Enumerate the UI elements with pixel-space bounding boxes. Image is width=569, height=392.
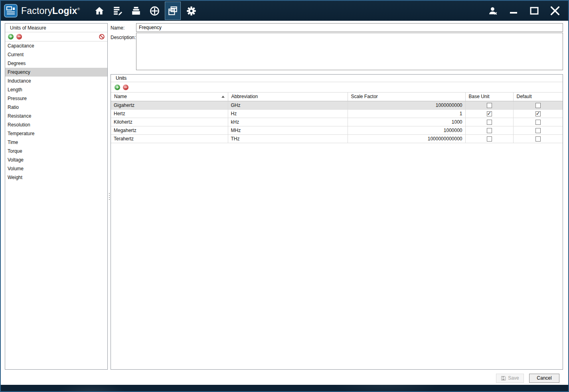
sidebar-item-length[interactable]: Length bbox=[5, 85, 107, 94]
base-unit-checkbox[interactable] bbox=[487, 111, 492, 116]
home-icon[interactable] bbox=[90, 1, 109, 20]
units-of-measure-panel: Units of Measure Capacitance Current Deg… bbox=[5, 23, 108, 370]
column-header-abbreviation[interactable]: Abbreviation bbox=[228, 93, 348, 101]
measure-editor: Name: Description: Units bbox=[111, 23, 563, 370]
unit-row-kilohertz[interactable]: Kilohertz kHz 1000 bbox=[111, 118, 563, 126]
name-label: Name: bbox=[111, 23, 136, 32]
default-checkbox[interactable] bbox=[535, 128, 541, 133]
unit-name-cell: Terahertz bbox=[111, 134, 228, 143]
settings-gear-icon[interactable] bbox=[182, 1, 200, 20]
sidebar-item-degrees[interactable]: Degrees bbox=[5, 59, 107, 68]
minimize-button[interactable] bbox=[505, 1, 522, 20]
unit-name-cell: Kilohertz bbox=[111, 118, 228, 126]
sidebar-item-ratio[interactable]: Ratio bbox=[5, 103, 107, 112]
unit-row-megahertz[interactable]: Megahertz MHz 1000000 bbox=[111, 126, 563, 134]
remove-unit-icon[interactable] bbox=[123, 85, 128, 90]
sidebar-item-capacitance[interactable]: Capacitance bbox=[5, 41, 107, 50]
default-checkbox[interactable] bbox=[535, 111, 541, 116]
base-unit-checkbox[interactable] bbox=[487, 103, 492, 108]
add-unit-icon[interactable] bbox=[115, 85, 120, 90]
unit-name-cell: Hertz bbox=[111, 109, 228, 118]
base-unit-checkbox[interactable] bbox=[487, 120, 492, 125]
column-header-name[interactable]: Name bbox=[111, 93, 228, 101]
sidebar-item-volume[interactable]: Volume bbox=[5, 164, 107, 173]
window-controls bbox=[484, 1, 568, 21]
sidebar-item-voltage[interactable]: Voltage bbox=[5, 156, 107, 164]
unit-abbreviation-cell: THz bbox=[228, 134, 348, 143]
save-button[interactable]: Save bbox=[496, 374, 524, 383]
units-group-title: Units bbox=[111, 75, 563, 82]
app-window: FactoryLogix® bbox=[0, 0, 569, 392]
name-row: Name: bbox=[111, 23, 563, 32]
footer-bar: Save Cancel bbox=[1, 371, 568, 385]
column-header-default[interactable]: Default bbox=[513, 93, 563, 101]
cancel-button[interactable]: Cancel bbox=[529, 374, 559, 383]
unit-scale-factor-cell: 1 bbox=[348, 109, 465, 118]
logout-user-icon[interactable] bbox=[484, 1, 501, 20]
materials-icon[interactable] bbox=[127, 1, 145, 20]
base-unit-checkbox[interactable] bbox=[487, 128, 492, 133]
remove-measure-icon[interactable] bbox=[16, 34, 22, 39]
column-header-scale-factor[interactable]: Scale Factor bbox=[348, 93, 465, 101]
unit-name-cell: Megahertz bbox=[111, 126, 228, 134]
app-logo-icon bbox=[4, 4, 18, 18]
base-unit-checkbox[interactable] bbox=[487, 136, 492, 142]
sidebar-item-temperature[interactable]: Temperature bbox=[5, 129, 107, 138]
sidebar-item-pressure[interactable]: Pressure bbox=[5, 94, 107, 103]
sidebar-item-resolution[interactable]: Resolution bbox=[5, 120, 107, 129]
description-row: Description: bbox=[111, 33, 563, 70]
unit-scale-factor-cell: 1000000000 bbox=[348, 101, 465, 109]
sidebar-item-current[interactable]: Current bbox=[5, 50, 107, 59]
units-table: Name Abbreviation Scale Factor Base Unit… bbox=[111, 93, 563, 143]
sidebar-toolbar bbox=[5, 32, 107, 41]
app-title: FactoryLogix® bbox=[21, 6, 80, 16]
units-group: Units Name Abbreviation Scale Factor bbox=[111, 74, 563, 370]
default-checkbox[interactable] bbox=[535, 103, 541, 108]
description-input[interactable] bbox=[136, 33, 563, 70]
content-area: Units of Measure Capacitance Current Deg… bbox=[1, 21, 568, 371]
unit-row-terahertz[interactable]: Terahertz THz 1000000000000 bbox=[111, 134, 563, 143]
unit-scale-factor-cell: 1000000000000 bbox=[348, 134, 465, 143]
sidebar-item-weight[interactable]: Weight bbox=[5, 173, 107, 182]
panel-splitter[interactable] bbox=[108, 23, 111, 370]
bottom-strip bbox=[1, 385, 568, 391]
unit-name-cell: Gigahertz bbox=[111, 101, 228, 109]
unit-row-gigahertz[interactable]: Gigahertz GHz 1000000000 bbox=[111, 101, 563, 109]
maximize-button[interactable] bbox=[526, 1, 543, 20]
sidebar-item-torque[interactable]: Torque bbox=[5, 147, 107, 156]
units-toolbar bbox=[111, 82, 563, 93]
cancel-edit-icon[interactable] bbox=[99, 34, 105, 39]
unit-scale-factor-cell: 1000000 bbox=[348, 126, 465, 134]
unit-abbreviation-cell: GHz bbox=[228, 101, 348, 109]
close-button[interactable] bbox=[547, 1, 563, 20]
add-measure-icon[interactable] bbox=[8, 34, 14, 39]
panel-title: Units of Measure bbox=[5, 24, 107, 32]
unit-row-hertz[interactable]: Hertz Hz 1 bbox=[111, 109, 563, 118]
unit-abbreviation-cell: kHz bbox=[228, 118, 348, 126]
sidebar-item-time[interactable]: Time bbox=[5, 138, 107, 147]
sidebar-item-frequency[interactable]: Frequency bbox=[5, 68, 107, 77]
sort-ascending-icon bbox=[221, 96, 225, 98]
forms-setup-icon[interactable] bbox=[165, 2, 181, 20]
sidebar-item-inductance[interactable]: Inductance bbox=[5, 77, 107, 85]
navigation-compass-icon[interactable] bbox=[145, 1, 164, 20]
name-input[interactable] bbox=[136, 23, 563, 32]
main-nav bbox=[90, 1, 200, 21]
unit-abbreviation-cell: Hz bbox=[228, 109, 348, 118]
units-header-row: Name Abbreviation Scale Factor Base Unit… bbox=[111, 93, 563, 101]
description-label: Description: bbox=[111, 33, 136, 70]
unit-abbreviation-cell: MHz bbox=[228, 126, 348, 134]
measure-list: Capacitance Current Degrees Frequency In… bbox=[5, 41, 107, 369]
column-header-base-unit[interactable]: Base Unit bbox=[465, 93, 513, 101]
production-edit-icon[interactable] bbox=[109, 1, 127, 20]
sidebar-item-resistance[interactable]: Resistance bbox=[5, 112, 107, 120]
default-checkbox[interactable] bbox=[535, 136, 541, 142]
default-checkbox[interactable] bbox=[535, 120, 541, 125]
save-disk-icon bbox=[501, 376, 506, 381]
titlebar: FactoryLogix® bbox=[1, 1, 568, 21]
unit-scale-factor-cell: 1000 bbox=[348, 118, 465, 126]
